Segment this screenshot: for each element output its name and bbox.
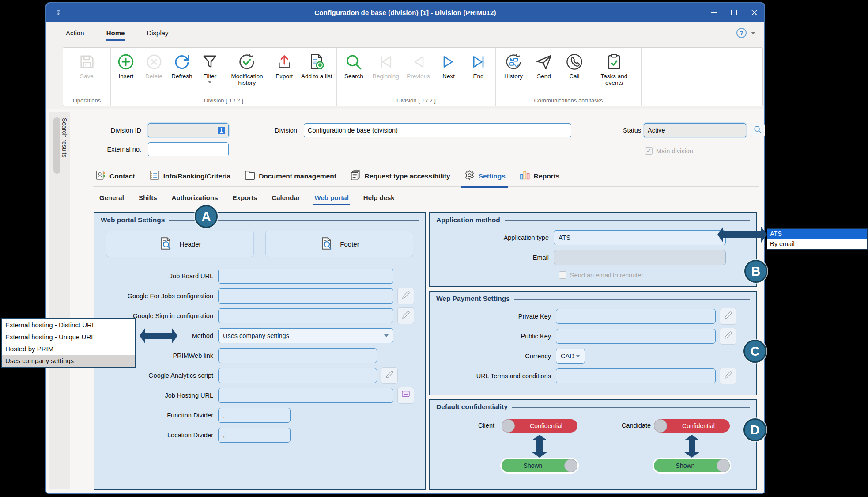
ribbon-button-send[interactable]: Send (531, 50, 557, 80)
method-popup-item[interactable]: External hosting - Unique URL (2, 331, 135, 343)
application-type-annotation-arrow (717, 227, 767, 243)
google-analytics-script-input[interactable] (218, 368, 377, 383)
comment-button[interactable] (397, 387, 414, 404)
job-hosting-url-input[interactable] (218, 388, 393, 403)
method-popup-item[interactable]: External hosting - Distinct URL (2, 319, 135, 331)
ribbon-button-label: Call (569, 73, 579, 80)
subtab-help-desk[interactable]: Help desk (363, 190, 395, 205)
menu-item-action[interactable]: Action (65, 27, 85, 39)
ribbon-button-modification-history[interactable]: Modification history (225, 50, 269, 87)
maximize-button[interactable] (724, 3, 744, 22)
side-scrollbar[interactable] (53, 117, 60, 174)
google-for-jobs-configuration-input[interactable] (218, 288, 393, 304)
ribbon-button-end[interactable]: End (466, 50, 491, 80)
tab-settings[interactable]: Settings (462, 166, 507, 186)
subtab-shifts[interactable]: Shifts (139, 190, 157, 205)
status-search-button[interactable] (750, 124, 765, 137)
menu-item-display[interactable]: Display (146, 27, 169, 39)
ribbon-button-tasks-and-events[interactable]: Tasks and events (592, 50, 636, 87)
job-board-url-input[interactable] (218, 269, 393, 284)
ribbon-button-history[interactable]: History (501, 50, 526, 80)
pencil-button[interactable] (720, 368, 736, 384)
chevron-down-icon[interactable] (208, 81, 211, 83)
ribbon-button-export[interactable]: Export (272, 50, 297, 80)
private-key-input[interactable] (556, 309, 716, 324)
pencil-button[interactable] (397, 307, 414, 324)
subtab-general[interactable]: General (99, 190, 124, 205)
footer-button[interactable]: Footer (265, 231, 413, 257)
google-sign-in-configuration-input[interactable] (218, 308, 393, 323)
candidate-confidential-toggle[interactable]: Confidential (654, 419, 730, 433)
pencil-button[interactable] (720, 328, 736, 345)
method-popup-item[interactable]: Uses company settings (2, 355, 135, 367)
ribbon-button-refresh[interactable]: Refresh (169, 50, 195, 80)
tab-contact[interactable]: Contact (93, 166, 136, 186)
ribbon-group-division-1-2: SearchBeginningPreviousNextEndDivision [… (337, 48, 496, 106)
menu-item-home[interactable]: Home (106, 27, 126, 39)
toggle-state-label: Shown (502, 462, 564, 469)
location-divider-input[interactable]: , (218, 428, 291, 443)
save-icon (78, 51, 96, 72)
function-divider-input[interactable]: , (218, 408, 291, 423)
pencil-button[interactable] (720, 308, 736, 325)
subtab-calendar[interactable]: Calendar (272, 190, 300, 205)
contact-icon (94, 169, 106, 183)
tab-reports[interactable]: Reports (517, 166, 561, 186)
external-no-input[interactable] (148, 142, 229, 156)
division-id-input[interactable]: 1 (148, 123, 229, 137)
candidate-shown-toggle[interactable]: Shown (654, 459, 730, 472)
public-key-input[interactable] (556, 329, 716, 344)
application-type-popup-item[interactable]: ATS (767, 229, 867, 239)
tab-document-management[interactable]: Document management (242, 166, 338, 186)
application-method-panel: Application method Application type ATS … (429, 212, 757, 287)
chevron-down-icon[interactable] (384, 334, 389, 337)
main-tab-bar: ContactInfo/Ranking/CriteriaDocument man… (93, 166, 759, 187)
send-email-label: Send an email to recruiter (570, 272, 643, 279)
client-confidential-toggle[interactable]: Confidential (502, 419, 577, 433)
pencil-button[interactable] (397, 288, 414, 304)
method-value: Uses company settings (223, 332, 289, 339)
ribbon-button-filter[interactable]: Filter (197, 50, 223, 84)
primweb-link-input[interactable] (218, 348, 377, 363)
currency-select[interactable]: CAD (556, 349, 585, 364)
menu-right: ? (736, 28, 755, 38)
header-button[interactable]: Header (106, 231, 254, 257)
document-management-icon (244, 169, 256, 183)
application-type-input[interactable]: ATS (554, 230, 726, 245)
client-shown-toggle[interactable]: Shown (502, 459, 577, 472)
candidate-label: Candidate (607, 422, 651, 429)
tab-request-type-accessibility[interactable]: Request type accessibility (348, 166, 452, 186)
main-division-checkbox[interactable]: ✓ (645, 147, 653, 155)
subtab-exports[interactable]: Exports (233, 190, 257, 205)
search-results-strip[interactable]: Search results (49, 112, 70, 489)
pencil-button[interactable] (381, 367, 398, 384)
tab-info-ranking-criteria[interactable]: Info/Ranking/Criteria (147, 166, 232, 186)
nav-previous-icon (410, 51, 427, 72)
url-terms-and-conditions-input[interactable] (556, 368, 716, 383)
subtab-label: Calendar (272, 194, 300, 201)
method-popup-item[interactable]: Hosted by PRIM (2, 343, 135, 355)
ribbon-button-insert[interactable]: Insert (113, 50, 139, 80)
close-button[interactable] (744, 3, 764, 22)
ribbon-button-next[interactable]: Next (436, 50, 461, 80)
minimize-button[interactable] (703, 3, 724, 22)
division-input[interactable]: Configuration de base (division) (304, 123, 571, 137)
payment-settings-panel: Wep Payment Settings Private KeyPublic K… (429, 291, 757, 395)
ribbon-button-add-to-a-list[interactable]: Add to a list (299, 50, 334, 80)
chevron-down-icon[interactable] (576, 355, 580, 357)
pencil-icon (723, 370, 733, 382)
help-icon[interactable]: ? (736, 28, 747, 38)
subtab-authorizations[interactable]: Authorizations (172, 190, 218, 205)
main-division-row: ✓ Main division (645, 147, 693, 155)
application-type-label: Application type (430, 234, 554, 241)
email-input (554, 250, 726, 265)
subtab-label: General (99, 194, 124, 201)
application-type-popup-item[interactable]: By email (767, 239, 867, 249)
status-input[interactable]: Active (644, 123, 746, 137)
chevron-down-icon[interactable] (751, 32, 755, 34)
ribbon-button-search[interactable]: Search (341, 50, 366, 80)
footer-button-label: Footer (340, 240, 359, 248)
ribbon-button-call[interactable]: Call (562, 50, 587, 80)
method-select[interactable]: Uses company settings (218, 328, 393, 343)
subtab-web-portal[interactable]: Web portal (315, 190, 349, 205)
